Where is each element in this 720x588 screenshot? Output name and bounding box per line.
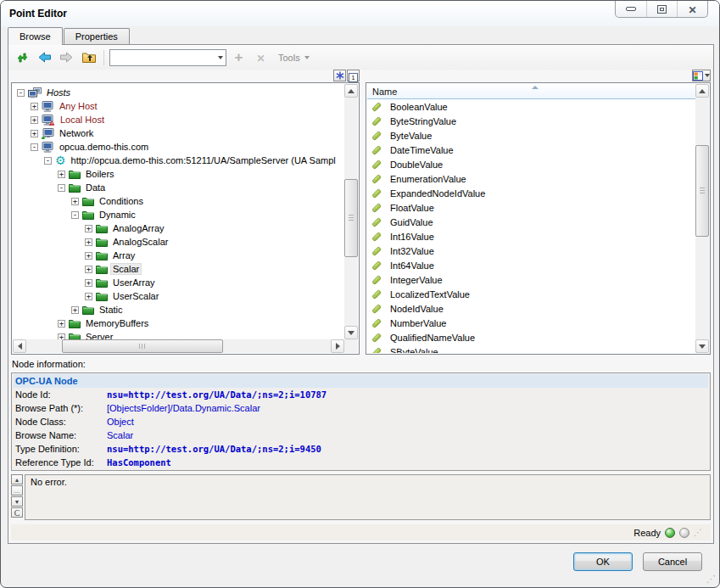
- tree-item[interactable]: +Scalar: [13, 262, 344, 276]
- list-item[interactable]: DateTimeValue: [367, 143, 695, 157]
- tree-item[interactable]: +Local Host: [13, 113, 344, 126]
- list-item[interactable]: IntegerValue: [367, 272, 695, 287]
- expand-icon[interactable]: +: [85, 293, 92, 300]
- scroll-left-button[interactable]: [13, 339, 26, 353]
- close-icon: [688, 2, 696, 17]
- delete-button[interactable]: [251, 48, 271, 67]
- scroll-thumb[interactable]: [695, 145, 709, 237]
- error-next-button[interactable]: ▼: [11, 496, 23, 507]
- expand-icon[interactable]: +: [31, 103, 38, 110]
- scroll-up-button[interactable]: [695, 84, 709, 98]
- address-combobox-input[interactable]: [113, 53, 218, 63]
- expand-icon[interactable]: +: [85, 252, 92, 260]
- view-mode-button[interactable]: [692, 70, 711, 81]
- error-details-button[interactable]: …: [11, 485, 23, 496]
- tree-one-button[interactable]: [347, 70, 360, 81]
- list-item[interactable]: Int64Value: [367, 258, 695, 272]
- error-prev-button[interactable]: ▲: [11, 474, 23, 484]
- minimize-button[interactable]: [616, 1, 646, 17]
- list-item[interactable]: EnumerationValue: [367, 171, 695, 186]
- node-info-field-value: [ObjectsFolder]/Data.Dynamic.Scalar: [107, 403, 260, 413]
- tree-item[interactable]: +Server: [13, 330, 344, 339]
- expand-icon[interactable]: +: [58, 333, 65, 340]
- collapse-icon[interactable]: -: [58, 184, 65, 192]
- list-item[interactable]: NumberValue: [367, 316, 695, 330]
- list-item[interactable]: ByteValue: [367, 128, 695, 143]
- refresh-button[interactable]: [13, 48, 32, 67]
- tree-item[interactable]: +Any Host: [13, 99, 344, 113]
- tree-item[interactable]: -Dynamic: [13, 208, 344, 221]
- scroll-down-button[interactable]: [695, 339, 709, 353]
- tree-item[interactable]: +MemoryBuffers: [13, 316, 344, 330]
- tab-browse[interactable]: Browse: [8, 27, 63, 45]
- tree-vertical-scrollbar[interactable]: [344, 84, 358, 339]
- error-clear-button[interactable]: C: [11, 507, 23, 518]
- tree-item[interactable]: +UserArray: [13, 276, 344, 289]
- expand-icon[interactable]: +: [58, 171, 65, 178]
- list-item[interactable]: ByteStringValue: [367, 114, 695, 128]
- tree-horizontal-scrollbar[interactable]: [13, 339, 344, 353]
- list-item[interactable]: Int32Value: [367, 244, 695, 258]
- list-vertical-scrollbar[interactable]: [695, 84, 709, 353]
- list-column-header-name[interactable]: Name: [367, 84, 695, 99]
- list-item[interactable]: FloatValue: [367, 200, 695, 215]
- list-item[interactable]: NodeIdValue: [367, 301, 695, 316]
- list-item[interactable]: Int16Value: [367, 229, 695, 244]
- window-controls: [615, 1, 708, 18]
- tree-asterisk-button[interactable]: [333, 70, 346, 81]
- tab-properties[interactable]: Properties: [64, 28, 130, 44]
- tree-item[interactable]: -Hosts: [13, 86, 344, 99]
- list-item[interactable]: GuidValue: [367, 215, 695, 229]
- expand-icon[interactable]: +: [85, 279, 92, 287]
- expand-icon[interactable]: +: [31, 116, 38, 124]
- expand-icon[interactable]: +: [85, 225, 92, 232]
- cancel-button[interactable]: Cancel: [643, 552, 702, 571]
- scroll-thumb[interactable]: [62, 339, 223, 353]
- tools-menu-button[interactable]: Tools: [273, 48, 315, 67]
- tree-item[interactable]: +Array: [13, 249, 344, 262]
- list-item[interactable]: LocalizedTextValue: [367, 287, 695, 301]
- tree-item[interactable]: +Boilers: [13, 167, 344, 181]
- collapse-icon[interactable]: -: [44, 157, 52, 165]
- list-item[interactable]: ExpandedNodeIdValue: [367, 186, 695, 200]
- add-button[interactable]: [229, 48, 248, 67]
- ok-button[interactable]: OK: [573, 552, 633, 571]
- tree-item[interactable]: +AnalogScalar: [13, 235, 344, 249]
- expand-icon[interactable]: +: [31, 130, 38, 137]
- list-item[interactable]: SByteValue: [367, 344, 695, 353]
- folder-icon: [96, 278, 108, 288]
- list-item[interactable]: QualifiedNameValue: [367, 330, 695, 344]
- tree-item[interactable]: +AnalogArray: [13, 221, 344, 235]
- scroll-down-button[interactable]: [344, 326, 358, 339]
- scroll-up-button[interactable]: [344, 84, 358, 98]
- scroll-right-button[interactable]: [331, 339, 344, 353]
- list-item[interactable]: DoubleValue: [367, 157, 695, 171]
- forward-button[interactable]: [57, 48, 76, 67]
- values-list: Name BooleanValueByteStringValueByteValu…: [366, 82, 711, 355]
- expand-icon[interactable]: +: [71, 198, 79, 205]
- tree-item[interactable]: +Conditions: [13, 194, 344, 208]
- tree-item[interactable]: -Data: [13, 181, 344, 194]
- tree-item[interactable]: -⚙http://opcua.demo-this.com:51211/UA/Sa…: [13, 154, 344, 167]
- window-resize-grip[interactable]: ⋰: [706, 574, 716, 585]
- expand-icon[interactable]: +: [85, 266, 92, 273]
- tree-item[interactable]: +UserScalar: [13, 289, 344, 303]
- expand-icon[interactable]: +: [71, 306, 79, 314]
- expand-icon[interactable]: +: [58, 320, 65, 328]
- collapse-icon[interactable]: -: [17, 89, 25, 97]
- tree-item[interactable]: -opcua.demo-this.com: [13, 140, 344, 154]
- close-button[interactable]: [677, 1, 707, 17]
- up-level-button[interactable]: [79, 48, 98, 67]
- tag-icon: [371, 260, 382, 272]
- expand-icon[interactable]: +: [85, 238, 92, 246]
- back-button[interactable]: [35, 48, 54, 67]
- scroll-thumb[interactable]: [344, 179, 358, 257]
- tree-item[interactable]: +Network: [13, 126, 344, 140]
- collapse-icon[interactable]: -: [31, 143, 38, 151]
- list-item[interactable]: BooleanValue: [367, 99, 695, 114]
- tree-item[interactable]: +Static: [13, 303, 344, 316]
- collapse-icon[interactable]: -: [71, 211, 79, 219]
- combobox-dropdown-icon[interactable]: [218, 56, 223, 59]
- maximize-button[interactable]: [646, 1, 677, 17]
- address-combobox[interactable]: [109, 49, 226, 66]
